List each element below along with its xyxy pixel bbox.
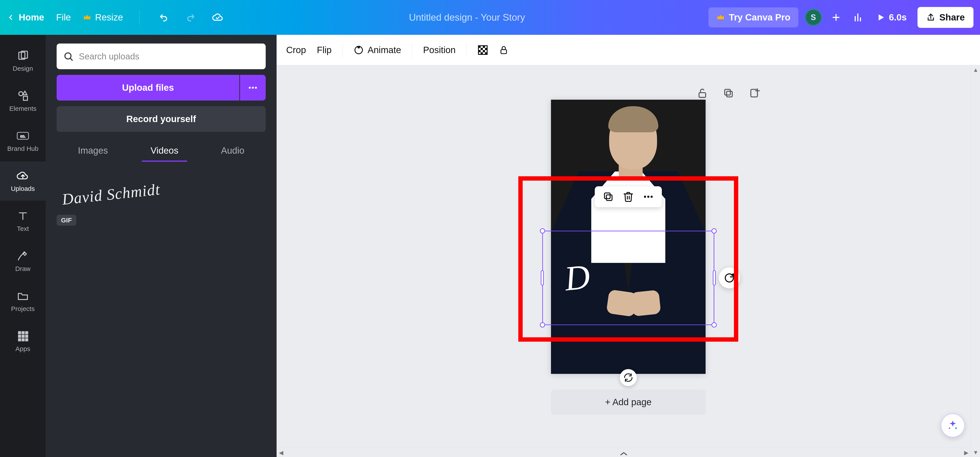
rail-brand-hub[interactable]: co. Brand Hub bbox=[0, 121, 46, 160]
ai-assist-button[interactable] bbox=[719, 267, 740, 288]
undo-button[interactable] bbox=[156, 10, 171, 25]
top-bar-right: Try Canva Pro S 6.0s Share bbox=[708, 7, 974, 28]
rail-apps[interactable]: Apps bbox=[0, 322, 46, 361]
record-button[interactable]: Record yourself bbox=[57, 106, 266, 132]
resize-handle-tr[interactable] bbox=[711, 228, 717, 233]
rail-label: Apps bbox=[16, 345, 30, 352]
horizontal-scrollbar[interactable]: ◀ ▶ bbox=[277, 448, 971, 457]
canvas-area[interactable]: D bbox=[277, 65, 980, 457]
svg-rect-36 bbox=[485, 48, 487, 50]
rail-uploads[interactable]: Uploads bbox=[0, 162, 46, 201]
svg-rect-20 bbox=[22, 335, 24, 338]
duplicate-page-button[interactable] bbox=[722, 87, 735, 100]
svg-marker-5 bbox=[878, 14, 884, 21]
duration-label: 6.0s bbox=[889, 12, 907, 23]
selection-frame[interactable]: D bbox=[542, 231, 714, 325]
share-icon bbox=[926, 13, 935, 22]
scroll-down-icon[interactable]: ▼ bbox=[971, 448, 980, 457]
rail-elements[interactable]: Elements bbox=[0, 81, 46, 121]
svg-rect-49 bbox=[606, 195, 612, 200]
scroll-up-icon[interactable]: ▲ bbox=[971, 65, 980, 75]
avatar[interactable]: S bbox=[805, 9, 822, 26]
upload-button[interactable]: Upload files bbox=[57, 75, 239, 100]
sparkle-rotate-icon bbox=[723, 272, 735, 284]
animate-button[interactable]: Animate bbox=[354, 45, 401, 55]
share-label: Share bbox=[939, 12, 965, 23]
separator bbox=[412, 43, 412, 58]
duplicate-button[interactable] bbox=[603, 191, 614, 202]
svg-rect-33 bbox=[479, 46, 480, 48]
trash-icon bbox=[623, 191, 634, 202]
rotate-icon bbox=[623, 373, 633, 382]
add-page-icon bbox=[749, 87, 760, 99]
tab-videos[interactable]: Videos bbox=[142, 141, 187, 162]
upload-more-button[interactable] bbox=[240, 75, 266, 100]
resize-handle-br[interactable] bbox=[711, 322, 717, 327]
svg-rect-19 bbox=[18, 335, 21, 338]
more-button[interactable] bbox=[643, 191, 654, 202]
search-input[interactable] bbox=[79, 52, 259, 61]
gif-badge-label: GIF bbox=[61, 217, 72, 224]
tab-images[interactable]: Images bbox=[69, 141, 117, 162]
magic-button[interactable] bbox=[941, 414, 965, 437]
crop-button[interactable]: Crop bbox=[286, 45, 306, 55]
present-button[interactable]: 6.0s bbox=[872, 7, 911, 27]
lock-button[interactable] bbox=[499, 45, 509, 55]
rail-text[interactable]: Text bbox=[0, 202, 46, 241]
timeline-expand-handle[interactable] bbox=[614, 452, 633, 456]
add-page-button[interactable]: + Add page bbox=[551, 390, 706, 415]
record-label: Record yourself bbox=[126, 114, 196, 124]
redo-button[interactable] bbox=[183, 10, 198, 25]
selection-content: D bbox=[563, 256, 592, 299]
vertical-scrollbar[interactable]: ▲ ▼ bbox=[971, 65, 980, 457]
svg-point-31 bbox=[358, 46, 360, 48]
uploaded-item[interactable]: David Schmidt GIF bbox=[57, 179, 266, 226]
add-page-label: + Add page bbox=[605, 397, 652, 407]
svg-rect-17 bbox=[22, 332, 24, 334]
page-unlock-button[interactable] bbox=[696, 87, 709, 100]
copy-icon bbox=[603, 191, 614, 202]
resize-button[interactable]: Resize bbox=[83, 12, 123, 23]
transparency-button[interactable] bbox=[477, 45, 488, 55]
chevron-left-icon bbox=[6, 13, 15, 22]
add-member-button[interactable] bbox=[829, 10, 844, 25]
tab-audio[interactable]: Audio bbox=[212, 141, 253, 162]
unlock-icon bbox=[697, 87, 708, 99]
add-page-icon-button[interactable] bbox=[748, 87, 761, 100]
file-menu[interactable]: File bbox=[56, 12, 71, 23]
svg-rect-37 bbox=[479, 50, 480, 52]
flip-button[interactable]: Flip bbox=[317, 45, 332, 55]
svg-rect-42 bbox=[699, 93, 706, 97]
resize-handle-left[interactable] bbox=[541, 270, 544, 286]
svg-rect-9 bbox=[23, 96, 27, 100]
insights-button[interactable] bbox=[850, 10, 865, 25]
apps-icon bbox=[17, 330, 29, 342]
signature-thumbnail[interactable]: David Schmidt bbox=[57, 179, 165, 209]
design-title[interactable]: Untitled design - Your Story bbox=[226, 12, 708, 23]
svg-rect-40 bbox=[485, 52, 487, 54]
scroll-left-icon[interactable]: ◀ bbox=[277, 448, 286, 457]
delete-button[interactable] bbox=[623, 191, 634, 202]
page-toolbar bbox=[696, 87, 761, 100]
rail-draw[interactable]: Draw bbox=[0, 241, 46, 281]
home-button[interactable]: Home bbox=[6, 12, 44, 23]
rotate-handle[interactable] bbox=[620, 369, 637, 386]
resize-handle-bl[interactable] bbox=[540, 322, 545, 327]
try-pro-button[interactable]: Try Canva Pro bbox=[708, 7, 798, 27]
search-icon bbox=[63, 51, 73, 62]
rail-projects[interactable]: Projects bbox=[0, 282, 46, 321]
resize-handle-right[interactable] bbox=[713, 270, 716, 286]
upload-label: Upload files bbox=[122, 83, 174, 93]
svg-text:co.: co. bbox=[20, 134, 25, 138]
more-horizontal-icon bbox=[643, 191, 654, 202]
resize-handle-tl[interactable] bbox=[540, 228, 545, 233]
upload-button-row: Upload files bbox=[57, 75, 266, 100]
cloud-sync-button[interactable] bbox=[210, 10, 226, 25]
tab-label: Audio bbox=[221, 145, 244, 156]
search-box[interactable] bbox=[57, 43, 266, 69]
share-button[interactable]: Share bbox=[918, 7, 974, 28]
rail-design[interactable]: Design bbox=[0, 41, 46, 81]
tab-label: Images bbox=[78, 145, 108, 156]
position-button[interactable]: Position bbox=[423, 45, 456, 55]
scroll-right-icon[interactable]: ▶ bbox=[962, 448, 971, 457]
